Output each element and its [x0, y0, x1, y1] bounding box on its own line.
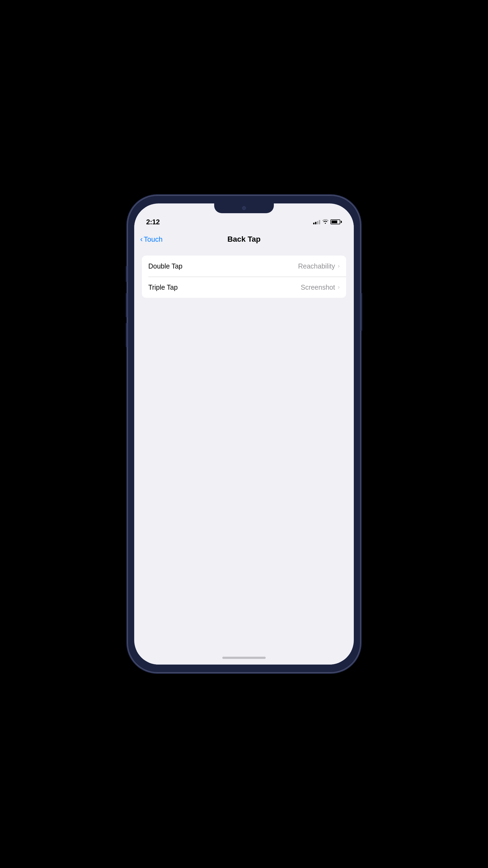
status-icons: [313, 219, 342, 225]
home-bar: [222, 657, 266, 659]
volume-up-button[interactable]: [126, 293, 127, 317]
camera: [242, 206, 246, 210]
signal-bar-1: [313, 223, 315, 224]
back-chevron-icon: ‹: [140, 235, 142, 244]
double-tap-label: Double Tap: [148, 262, 183, 270]
nav-bar: ‹ Touch Back Tap: [134, 228, 354, 250]
signal-bar-3: [317, 221, 318, 224]
power-button[interactable]: [361, 293, 362, 331]
home-indicator: [134, 651, 354, 664]
content-area: Double Tap Reachability › Triple Tap Scr…: [134, 250, 354, 651]
signal-bar-2: [315, 222, 316, 224]
status-time: 2:12: [146, 218, 160, 226]
double-tap-value-container: Reachability ›: [298, 262, 340, 270]
back-button[interactable]: ‹ Touch: [140, 235, 163, 244]
phone-frame: 2:12: [127, 195, 361, 673]
page-title: Back Tap: [227, 235, 261, 244]
settings-list: Double Tap Reachability › Triple Tap Scr…: [142, 255, 346, 298]
signal-icon: [313, 219, 320, 224]
triple-tap-value: Screenshot: [301, 283, 335, 291]
triple-tap-row[interactable]: Triple Tap Screenshot ›: [142, 277, 346, 298]
mute-button[interactable]: [126, 266, 127, 282]
signal-bar-4: [319, 220, 320, 224]
status-bar: 2:12: [134, 213, 354, 228]
double-tap-chevron-icon: ›: [338, 262, 340, 270]
phone-screen: 2:12: [134, 204, 354, 664]
double-tap-value: Reachability: [298, 262, 335, 270]
wifi-icon: [322, 219, 328, 225]
back-label: Touch: [144, 235, 162, 244]
triple-tap-chevron-icon: ›: [338, 284, 340, 291]
triple-tap-label: Triple Tap: [148, 283, 177, 291]
volume-down-button[interactable]: [126, 323, 127, 347]
notch: [214, 204, 274, 213]
triple-tap-value-container: Screenshot ›: [301, 283, 340, 291]
battery-icon: [330, 219, 342, 224]
double-tap-row[interactable]: Double Tap Reachability ›: [142, 255, 346, 277]
